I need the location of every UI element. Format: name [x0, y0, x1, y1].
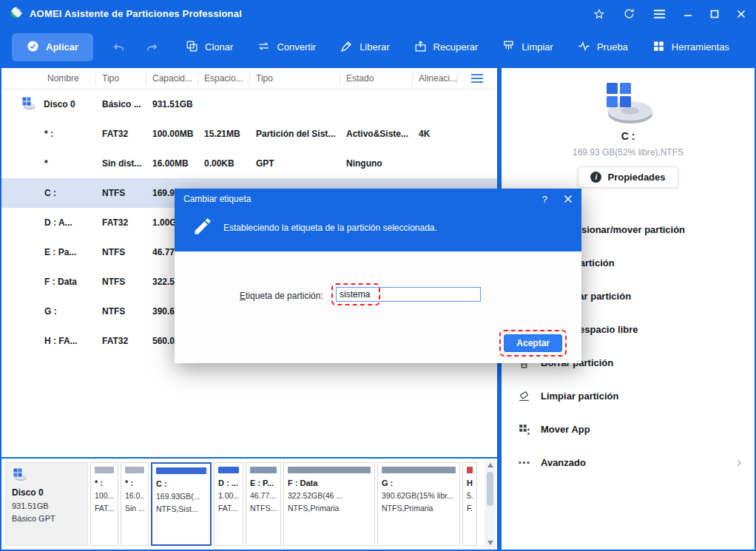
- clean-icon: [502, 39, 516, 55]
- scrollbar-thumb[interactable]: [487, 472, 493, 506]
- table-row-partition-0[interactable]: * : FAT32 100.00MB 15.21MB Partición del…: [1, 119, 497, 149]
- chevron-right-icon: [734, 458, 744, 468]
- partition-block-1[interactable]: * : 16.0... Sin ...: [121, 462, 149, 546]
- toolbar-item-label: Herramientas: [672, 41, 729, 53]
- tools-icon: [652, 39, 666, 55]
- action-avanzado[interactable]: Avanzado: [502, 446, 755, 479]
- column-header-3[interactable]: Espacio...: [198, 73, 250, 84]
- wipe-icon: [516, 389, 531, 403]
- check-circle-icon: [27, 40, 39, 55]
- accept-button[interactable]: Aceptar: [504, 334, 562, 352]
- toolbar-item-prueba[interactable]: Prueba: [577, 39, 628, 55]
- toolbar-item-label: Liberar: [360, 41, 389, 53]
- dialog-message: Estableciendo la etiqueta de la partició…: [223, 223, 437, 233]
- toolbar-item-label: Prueba: [597, 41, 628, 53]
- app-logo-icon: [10, 6, 23, 21]
- column-header-1[interactable]: Tipo: [96, 73, 146, 84]
- undo-icon[interactable]: [112, 41, 126, 54]
- partition-block-0[interactable]: * : 100.... FAT...: [90, 462, 118, 546]
- redo-icon[interactable]: [145, 41, 158, 54]
- dialog-title: Cambiar etiqueta: [183, 194, 251, 204]
- menu-icon[interactable]: [653, 9, 666, 19]
- disk-summary-card[interactable]: Disco 0 931.51GB Básico GPT: [5, 462, 88, 546]
- usage-bar: [288, 467, 371, 473]
- properties-button[interactable]: i Propiedades: [578, 166, 678, 188]
- disk-card-style: Básico GPT: [12, 514, 81, 523]
- toolbar-item-label: Limpiar: [522, 41, 553, 53]
- dialog-titlebar[interactable]: Cambiar etiqueta ?: [175, 189, 581, 209]
- disk-map-panel: Disco 0 931.51GB Básico GPT * : 100.... …: [1, 459, 497, 550]
- drive-name: C :: [502, 130, 755, 142]
- favorite-star-icon[interactable]: [593, 8, 605, 20]
- table-header: NombreTipoCapacid...Espacio...TipoEstado…: [1, 68, 497, 89]
- usage-bar: [156, 467, 206, 474]
- view-options-icon[interactable]: [457, 73, 497, 84]
- usage-bar: [250, 467, 277, 473]
- titlebar[interactable]: AOMEI Asistente de Particiones Professio…: [1, 1, 755, 26]
- column-header-0[interactable]: Nombre: [1, 73, 96, 84]
- toolbar-item-label: Recuperar: [433, 41, 479, 53]
- window-title: AOMEI Asistente de Particiones Professio…: [30, 8, 242, 19]
- test-icon: [577, 39, 591, 55]
- action-limpiar-particion[interactable]: Limpiar partición: [502, 379, 755, 413]
- move-app-icon: [516, 422, 531, 436]
- dialog-close-button[interactable]: [564, 195, 573, 203]
- dialog-body: Etiqueta de partición: Aceptar: [175, 251, 581, 363]
- change-label-dialog: Cambiar etiqueta ? Estableciendo la etiq…: [175, 189, 581, 363]
- toolbar-item-limpiar[interactable]: Limpiar: [502, 39, 553, 55]
- toolbar-item-clonar[interactable]: Clonar: [185, 39, 233, 55]
- column-header-5[interactable]: Estado: [340, 73, 413, 84]
- usage-bar: [95, 467, 114, 473]
- close-button[interactable]: [737, 10, 746, 18]
- disk-name: Disco 0: [44, 99, 75, 109]
- info-icon: i: [590, 172, 601, 183]
- disk-icon: [12, 471, 28, 484]
- action-label: Mover App: [541, 424, 590, 435]
- partition-block-2[interactable]: C : 169.93GB(... NTFS,Sist...: [151, 462, 212, 546]
- toolbar-item-recuperar[interactable]: Recuperar: [414, 39, 479, 55]
- partition-block-6[interactable]: G : 390.62GB(15% libr... NTFS,Primaria: [377, 462, 460, 546]
- table-row-disk[interactable]: Disco 0 Básico ... 931.51GB: [1, 89, 497, 119]
- toolbar-item-liberar[interactable]: Liberar: [340, 39, 389, 55]
- scroll-up-icon[interactable]: [487, 463, 493, 467]
- dialog-header: Estableciendo la etiqueta de la partició…: [175, 209, 581, 251]
- disk-card-capacity: 931.51GB: [12, 501, 81, 510]
- action-label: Avanzado: [541, 457, 586, 468]
- column-header-2[interactable]: Capacid...: [146, 73, 198, 84]
- usage-bar: [382, 467, 456, 473]
- toolbar-item-label: Convertir: [277, 41, 316, 53]
- column-header-4[interactable]: Tipo: [250, 73, 340, 84]
- toolbar-item-label: Clonar: [205, 41, 233, 53]
- toolbar-item-convertir[interactable]: Convertir: [257, 39, 316, 55]
- convert-icon: [257, 39, 271, 55]
- apply-button-label: Aplicar: [46, 41, 78, 53]
- apply-button[interactable]: Aplicar: [12, 33, 93, 61]
- partition-block-3[interactable]: D : ... 1.00... FAT...: [214, 462, 243, 546]
- action-mover-app[interactable]: Mover App: [502, 413, 755, 446]
- clone-icon: [185, 39, 199, 55]
- refresh-icon[interactable]: [623, 7, 635, 20]
- partition-block-7[interactable]: H... 5... F...: [462, 462, 477, 546]
- toolbar: Aplicar Clonar Convertir Liberar Recuper…: [1, 26, 755, 68]
- dialog-help-button[interactable]: ?: [542, 194, 547, 205]
- disk-card-name: Disco 0: [12, 487, 81, 498]
- app-window: AOMEI Asistente de Particiones Professio…: [0, 0, 756, 551]
- usage-bar: [467, 467, 473, 473]
- drive-icon: [502, 80, 755, 126]
- scroll-down-icon[interactable]: [487, 541, 493, 545]
- disk-icon: [21, 96, 37, 112]
- partition-block-5[interactable]: F : Data 322.52GB(46 ... NTFS,Primaria: [283, 462, 375, 546]
- table-row-partition-1[interactable]: * Sin dist... 16.00MB 0.00KB GPT Ninguno: [1, 149, 497, 178]
- partition-label-text: Etiqueta de partición:: [240, 291, 323, 301]
- column-header-6[interactable]: Alineaci...: [413, 73, 457, 84]
- minimize-button[interactable]: [684, 10, 692, 18]
- partition-label-input[interactable]: [336, 287, 481, 302]
- drive-info: 169.93 GB(52% libre),NTFS: [502, 147, 755, 158]
- toolbar-item-herramientas[interactable]: Herramientas: [652, 39, 729, 55]
- scrollbar[interactable]: [485, 460, 496, 548]
- partition-block-4[interactable]: E : P... 46.77... NTFS...: [246, 462, 281, 546]
- maximize-button[interactable]: [710, 10, 719, 18]
- release-icon: [340, 39, 354, 55]
- usage-bar: [218, 467, 239, 473]
- advanced-icon: [516, 456, 531, 470]
